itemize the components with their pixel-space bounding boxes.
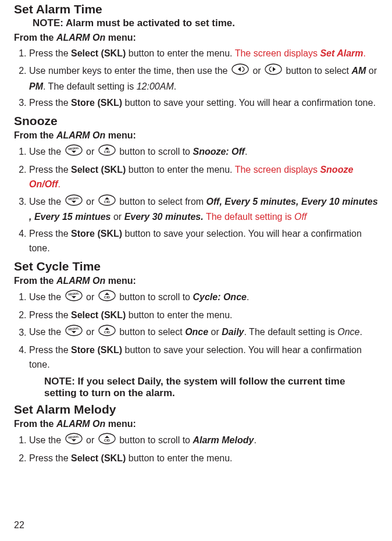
note-alarm-activated: NOTE: Alarm must be activated to set tim… [33,17,378,29]
from-menu-snooze: From the ALARM On menu: [14,130,378,141]
step-item: Use number keys to enter the time, then … [29,63,378,94]
step-item: Use the REDIAL or CID button to scroll t… [29,433,378,449]
step-item: Press the Select (SKL) button to enter t… [29,308,378,323]
down-button-icon: REDIAL [65,433,83,449]
note-daily-cycle: NOTE: If you select Daily, the system wi… [44,376,358,399]
up-button-icon: CID [98,144,116,161]
step-item: Press the Store (SKL) button to save you… [29,227,378,256]
svg-text:CID: CID [104,150,111,154]
up-button-icon: CID [98,194,116,211]
svg-text:CID: CID [104,330,111,334]
down-button-icon: REDIAL [65,144,83,161]
step-item: Press the Select (SKL) button to enter t… [29,163,378,192]
svg-text:REDIAL: REDIAL [68,435,79,440]
svg-text:REDIAL: REDIAL [68,195,79,201]
from-menu-set-cycle-time: From the ALARM On menu: [14,276,378,286]
svg-text:REDIAL: REDIAL [68,146,79,151]
down-button-icon: REDIAL [65,325,83,341]
up-button-icon: CID [98,325,116,341]
step-item: Use the REDIAL or CID button to select f… [29,194,378,225]
svg-marker-14 [105,197,109,200]
heading-set-cycle-time: Set Cycle Time [14,259,378,273]
svg-text:CID: CID [104,439,111,442]
left-button-icon [231,63,249,80]
up-button-icon: CID [98,433,116,449]
svg-marker-23 [72,331,76,333]
steps-set-cycle-time: Use the REDIAL or CID button to scroll t… [14,290,378,372]
svg-marker-26 [105,328,109,330]
svg-marker-17 [72,296,76,298]
svg-marker-29 [72,439,76,442]
down-button-icon: REDIAL [65,290,83,306]
svg-marker-1 [238,67,241,72]
heading-snooze: Snooze [14,114,378,128]
svg-marker-20 [105,293,109,295]
page-number: 22 [14,520,24,531]
heading-set-alarm-melody: Set Alarm Melody [14,403,378,417]
right-button-icon [265,63,282,80]
steps-set-alarm-time: Press the Select (SKL) button to enter t… [14,47,378,111]
heading-set-alarm-time: Set Alarm Time [14,2,378,16]
step-item: Press the Select (SKL) button to enter t… [29,451,378,466]
steps-set-alarm-melody: Use the REDIAL or CID button to scroll t… [14,433,378,466]
svg-text:REDIAL: REDIAL [68,326,79,332]
step-item: Press the Store (SKL) button to save you… [29,96,378,111]
steps-snooze: Use the REDIAL or CID button to scroll t… [14,144,378,256]
svg-marker-11 [72,201,76,203]
step-item: Use the REDIAL or CID button to scroll t… [29,290,378,306]
down-button-icon: REDIAL [65,194,83,211]
svg-text:REDIAL: REDIAL [68,291,79,297]
step-item: Press the Store (SKL) button to save you… [29,343,378,372]
svg-marker-32 [105,436,109,438]
up-button-icon: CID [98,290,116,306]
svg-marker-3 [273,67,276,72]
svg-marker-5 [72,151,76,153]
step-item: Press the Select (SKL) button to enter t… [29,47,378,61]
svg-marker-8 [105,147,109,150]
svg-text:CID: CID [104,296,111,299]
step-item: Use the REDIAL or CID button to select O… [29,325,378,341]
svg-text:CID: CID [104,200,111,204]
from-menu-set-alarm-time: From the ALARM On menu: [14,33,378,43]
from-menu-set-alarm-melody: From the ALARM On menu: [14,419,378,429]
step-item: Use the REDIAL or CID button to scroll t… [29,144,378,161]
